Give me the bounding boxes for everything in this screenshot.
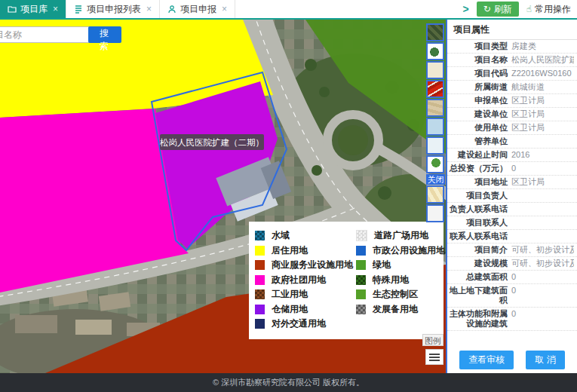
refresh-icon: ↻ <box>483 4 491 14</box>
legend-swatch <box>255 260 265 270</box>
property-row: 管养单位 <box>447 135 577 149</box>
legend-item: 发展备用地 <box>356 302 443 317</box>
legend-column-left: 水域 居住用地 商业服务业设施用地 政府社团用地 工业用地 仓储用地 对外交通用… <box>255 228 353 332</box>
cancel-button[interactable]: 取 消 <box>526 351 564 369</box>
close-tab-icon[interactable]: × <box>146 4 152 14</box>
basemap-switcher: 关闭 <box>426 23 445 222</box>
basemap-thumbnail-planning[interactable] <box>426 80 444 98</box>
property-row: 项目类型房建类 <box>447 40 577 54</box>
basemap-thumbnail-green[interactable] <box>426 155 444 173</box>
legend-toggle-button[interactable]: 图例 <box>422 334 443 346</box>
legend-item: 商业服务业设施用地 <box>255 258 353 273</box>
close-tab-icon[interactable]: × <box>53 4 58 14</box>
legend-item: 仓储用地 <box>255 302 353 317</box>
legend-swatch <box>356 260 366 270</box>
legend-swatch <box>356 305 366 314</box>
panel-title: 项目属性 <box>447 20 577 40</box>
legend-swatch <box>255 319 265 329</box>
legend-swatch <box>356 246 366 256</box>
panel-buttons: 查看审核 取 消 <box>447 348 577 369</box>
refresh-button[interactable]: ↻ 刷新 <box>477 2 519 17</box>
basemap-thumbnail-terrain[interactable] <box>426 99 444 117</box>
legend-item: 对外交通用地 <box>255 317 353 332</box>
legend-swatch <box>255 246 265 256</box>
property-row: 总投资（万元）0 <box>447 162 577 176</box>
tab-label: 项目申报列表 <box>87 3 141 16</box>
view-review-button[interactable]: 查看审核 <box>459 351 514 369</box>
tab-label: 项目库 <box>20 3 48 16</box>
basemap-thumbnail-plain[interactable] <box>426 204 444 222</box>
legend-swatch <box>356 275 366 285</box>
property-row: 项目代码Z22016WS0160 <box>447 67 577 81</box>
expand-panel-button[interactable]: > <box>456 0 474 18</box>
tab-label: 项目申报 <box>180 3 216 16</box>
legend-item: 绿地 <box>356 258 443 273</box>
map-canvas[interactable]: 松岗人民医院扩建（二期） 搜 索 关闭 水域 居住用地 商业服务业设施用地 <box>0 20 446 373</box>
folder-icon <box>8 5 17 14</box>
basemap-thumbnail-blue[interactable] <box>426 118 444 136</box>
basemap-thumbnail-light[interactable] <box>426 136 444 155</box>
hand-pointer-icon: ☝ <box>526 4 532 14</box>
legend-item: 道路广场用地 <box>356 228 443 243</box>
property-row: 所属街道航城街道 <box>447 81 577 94</box>
legend-item: 生态控制区 <box>356 287 443 302</box>
legend-item: 工业用地 <box>255 287 353 302</box>
property-row: 负责人联系电话 <box>447 203 577 216</box>
property-row: 申报单位区卫计局 <box>447 94 577 108</box>
project-label: 松岗人民医院扩建（二期） <box>160 138 264 147</box>
property-row: 项目联系人 <box>447 216 577 230</box>
property-row: 项目负责人 <box>447 189 577 203</box>
tabbar-spacer <box>235 0 456 18</box>
refresh-label: 刷新 <box>494 3 512 16</box>
property-row: 地上地下建筑面积0 <box>447 284 577 308</box>
project-properties-panel: 项目属性 项目类型房建类 项目名称松岗人民医院扩建（二期） 项目代码Z22016… <box>446 20 577 373</box>
property-row: 主体功能和附属设施的建筑0 <box>447 308 577 331</box>
close-tab-icon[interactable]: × <box>222 4 227 14</box>
hamburger-menu-button[interactable] <box>425 349 443 365</box>
legend-swatch <box>255 305 265 314</box>
legend-item: 特殊用地 <box>356 273 443 288</box>
copyright-bar: © 深圳市勘察研究院有限公司 版权所有。 <box>0 373 577 392</box>
map-legend: 水域 居住用地 商业服务业设施用地 政府社团用地 工业用地 仓储用地 对外交通用… <box>249 222 443 339</box>
property-row: 建设起止时间2016 <box>447 149 577 162</box>
tab-project-application-list[interactable]: 项目申报列表 × <box>66 0 160 18</box>
property-row: 项目简介可研、初步设计及概算 <box>447 243 577 257</box>
legend-item: 水域 <box>255 228 353 243</box>
property-row: 总建筑面积0 <box>447 271 577 284</box>
property-row: 项目名称松岗人民医院扩建（二期） <box>447 54 577 67</box>
legend-item: 居住用地 <box>255 243 353 259</box>
basemap-thumbnail-satellite[interactable] <box>426 23 444 41</box>
legend-column-right: 道路广场用地 市政公用设施用地 绿地 特殊用地 生态控制区 发展备用地 <box>356 228 443 332</box>
property-row: 使用单位区卫计局 <box>447 121 577 135</box>
property-row: 联系人联系电话 <box>447 230 577 243</box>
tab-bar: 项目库 × 项目申报列表 × 项目申报 × > ↻ 刷新 ☝ 常用操作 <box>0 0 577 20</box>
legend-item: 市政公用设施用地 <box>356 243 443 259</box>
basemap-thumbnail-base[interactable] <box>426 61 444 79</box>
legend-swatch <box>356 289 366 299</box>
basemap-thumbnail-district[interactable] <box>426 42 444 60</box>
tab-project-library[interactable]: 项目库 × <box>0 0 66 18</box>
legend-swatch <box>255 289 265 299</box>
property-row: 建设规模可研、初步设计及概算 <box>447 257 577 271</box>
person-icon <box>167 5 176 14</box>
property-row: 项目地址区卫计局 <box>447 176 577 189</box>
legend-item: 政府社团用地 <box>255 273 353 288</box>
search-button[interactable]: 搜 索 <box>88 26 121 43</box>
common-actions-button[interactable]: ☝ 常用操作 <box>520 2 577 17</box>
property-row: 建设单位区卫计局 <box>447 108 577 121</box>
list-icon <box>74 5 83 14</box>
search-input[interactable] <box>0 26 91 43</box>
common-actions-label: 常用操作 <box>535 3 571 16</box>
legend-swatch <box>356 230 367 241</box>
basemap-thumbnail-road[interactable] <box>426 185 444 204</box>
legend-swatch <box>255 275 265 285</box>
legend-swatch <box>255 231 265 240</box>
close-layers-button[interactable]: 关闭 <box>426 174 445 185</box>
tab-project-application[interactable]: 项目申报 × <box>160 0 235 18</box>
